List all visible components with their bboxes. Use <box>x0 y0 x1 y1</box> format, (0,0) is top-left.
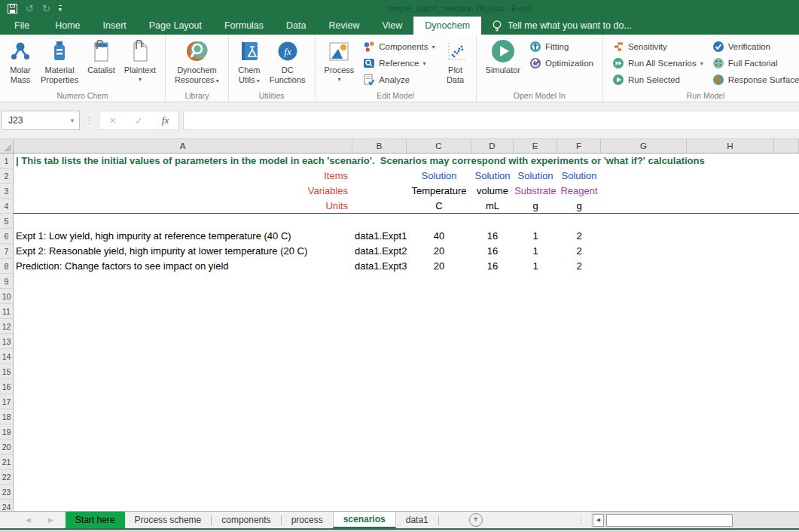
row-header-14[interactable]: 14 <box>0 349 14 364</box>
column-header-g[interactable]: G <box>601 139 687 153</box>
cell-A8[interactable]: Prediction: Change factors to see impact… <box>16 259 229 274</box>
sheet-grid[interactable]: 123456789101112131415161718192021222324|… <box>0 154 799 511</box>
column-header-e[interactable]: E <box>514 139 557 153</box>
run-all-scenarios-button[interactable]: Run All Scenarios▾ <box>608 55 707 71</box>
undo-button[interactable]: ↺ <box>26 2 34 14</box>
cell-A2[interactable]: Items <box>14 169 352 184</box>
cell-C2[interactable]: Solution <box>422 169 457 184</box>
row-header-10[interactable]: 10 <box>0 289 14 304</box>
sheet-tab-data1[interactable]: data1 <box>396 512 438 528</box>
cell-F7[interactable]: 2 <box>576 244 581 259</box>
sheet-tab-start-here[interactable]: Start here <box>66 512 125 528</box>
full-factorial-button[interactable]: Full Factorial <box>709 55 799 71</box>
tab-home[interactable]: Home <box>44 17 91 35</box>
row-header-1[interactable]: 1 <box>0 154 14 169</box>
sheet-tab-process[interactable]: process <box>282 512 333 528</box>
row-header-4[interactable]: 4 <box>0 199 14 214</box>
cell-E7[interactable]: 1 <box>532 244 538 259</box>
sheet-nav-prev-icon[interactable]: ◀ <box>26 516 31 524</box>
sheet-tab-process-scheme[interactable]: Process scheme <box>125 512 212 528</box>
cell-C8[interactable]: 20 <box>434 259 444 274</box>
cell-F6[interactable]: 2 <box>576 229 581 244</box>
name-box-dropdown-icon[interactable]: ▾ <box>66 117 79 124</box>
row-header-12[interactable]: 12 <box>0 319 14 334</box>
new-sheet-button[interactable]: + <box>469 513 483 527</box>
run-selected-button[interactable]: Run Selected <box>608 71 707 88</box>
cell-F2[interactable]: Solution <box>562 169 597 184</box>
tab-insert[interactable]: Insert <box>92 17 138 35</box>
formula-input[interactable] <box>183 111 799 130</box>
tab-data[interactable]: Data <box>275 17 317 35</box>
column-header-c[interactable]: C <box>407 139 471 153</box>
horizontal-scrollbar[interactable]: ◀ <box>591 512 799 528</box>
sensitivity-button[interactable]: Sensitivity <box>608 38 707 55</box>
insert-function-button[interactable]: fx <box>152 114 178 126</box>
analyze-button[interactable]: Analyze <box>359 71 438 88</box>
column-header-partial[interactable] <box>774 139 799 153</box>
sheet-tab-components[interactable]: components <box>212 512 280 528</box>
row-header-6[interactable]: 6 <box>0 229 14 244</box>
catalist-button[interactable]: Catalist <box>84 37 119 75</box>
column-header-a[interactable]: A <box>14 139 352 153</box>
cell-B8[interactable]: data1.Expt3 <box>355 259 407 274</box>
row-header-18[interactable]: 18 <box>0 409 14 424</box>
column-header-f[interactable]: F <box>557 139 601 153</box>
cell-E4[interactable]: g <box>532 199 538 214</box>
row-header-11[interactable]: 11 <box>0 304 14 319</box>
cell-A4[interactable]: Units <box>14 199 352 214</box>
column-header-h[interactable]: H <box>687 139 774 153</box>
cell-B7[interactable]: data1.Expt2 <box>355 244 407 259</box>
cell-F8[interactable]: 2 <box>576 259 581 274</box>
column-header-d[interactable]: D <box>471 139 514 153</box>
tab-view[interactable]: View <box>371 17 413 35</box>
enter-button[interactable]: ✓ <box>126 115 152 126</box>
cell-C6[interactable]: 40 <box>434 229 444 244</box>
tab-page-layout[interactable]: Page Layout <box>138 17 213 35</box>
tell-me-box[interactable]: Tell me what you want to do... <box>481 17 642 35</box>
row-header-9[interactable]: 9 <box>0 274 14 289</box>
row-header-22[interactable]: 22 <box>0 470 14 485</box>
scrollbar-thumb[interactable] <box>606 514 733 527</box>
cell-E8[interactable]: 1 <box>532 259 538 274</box>
reference-button[interactable]: Reference▾ <box>359 55 438 71</box>
row-header-19[interactable]: 19 <box>0 424 14 439</box>
fitting-button[interactable]: Fitting <box>526 38 597 55</box>
scroll-left-icon[interactable]: ◀ <box>593 514 604 527</box>
cell-A3[interactable]: Variables <box>14 184 352 199</box>
plot-data-button[interactable]: PlotData <box>441 37 471 84</box>
components-button[interactable]: Components▾ <box>359 38 438 55</box>
cell-F4[interactable]: g <box>576 199 581 214</box>
cell-E3[interactable]: Substrate <box>514 184 557 199</box>
row-header-17[interactable]: 17 <box>0 394 14 409</box>
chem-utils-button[interactable]: ChemUtils ▾ <box>234 37 264 86</box>
tab-formulas[interactable]: Formulas <box>213 17 275 35</box>
cell-A7[interactable]: Expt 2: Reasonable yield, high impurity … <box>16 244 307 259</box>
cell-A1[interactable]: | This tab lists the initial values of p… <box>16 154 705 169</box>
row-header-5[interactable]: 5 <box>0 214 14 229</box>
sheet-nav-next-icon[interactable]: ▶ <box>48 516 53 524</box>
save-button[interactable] <box>8 2 17 14</box>
redo-button[interactable]: ↻ <box>42 2 50 14</box>
cell-B6[interactable]: data1.Expt1 <box>355 229 407 244</box>
row-header-16[interactable]: 16 <box>0 379 14 394</box>
row-header-8[interactable]: 8 <box>0 259 14 274</box>
cell-D3[interactable]: volume <box>477 184 508 199</box>
name-box[interactable]: J23 ▾ <box>2 111 80 130</box>
response-surface-button[interactable]: Response Surface <box>709 71 799 88</box>
row-header-24[interactable]: 24 <box>0 500 14 511</box>
material-properties-button[interactable]: MaterialProperties <box>37 37 82 84</box>
optimization-button[interactable]: Optimization <box>526 55 597 71</box>
tab-dynochem[interactable]: Dynochem <box>413 17 481 35</box>
dc-functions-button[interactable]: fxDCFunctions <box>266 37 310 84</box>
column-header-b[interactable]: B <box>352 139 407 153</box>
cell-C3[interactable]: Temperature <box>412 184 467 199</box>
dynochem-resources-button[interactable]: DynochemResources ▾ <box>171 37 223 86</box>
select-all-corner[interactable] <box>0 139 14 153</box>
cell-A6[interactable]: Expt 1: Low yield, high impurity at refe… <box>16 229 291 244</box>
cell-E6[interactable]: 1 <box>532 229 538 244</box>
row-header-13[interactable]: 13 <box>0 334 14 349</box>
process-button[interactable]: Process▾ <box>321 37 358 84</box>
row-header-21[interactable]: 21 <box>0 454 14 470</box>
row-header-3[interactable]: 3 <box>0 184 14 199</box>
cell-C7[interactable]: 20 <box>434 244 444 259</box>
